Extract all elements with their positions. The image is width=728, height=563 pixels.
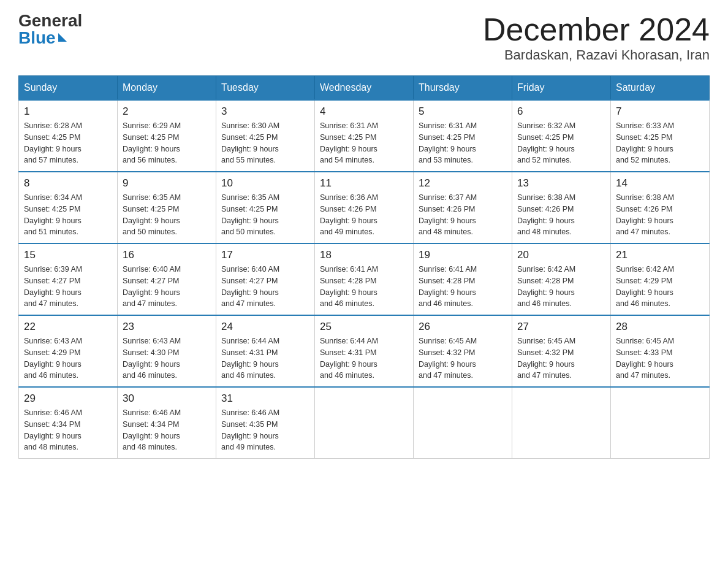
day-number: 10	[221, 177, 309, 190]
day-cell-18: 18Sunrise: 6:41 AMSunset: 4:28 PMDayligh…	[315, 243, 414, 315]
day-cell-6: 6Sunrise: 6:32 AMSunset: 4:25 PMDaylight…	[512, 100, 611, 172]
day-number: 17	[221, 249, 309, 261]
day-info: Sunrise: 6:45 AMSunset: 4:32 PMDaylight:…	[419, 335, 507, 381]
day-cell-4: 4Sunrise: 6:31 AMSunset: 4:25 PMDaylight…	[315, 100, 414, 172]
week-row-2: 8Sunrise: 6:34 AMSunset: 4:25 PMDaylight…	[19, 172, 710, 243]
day-cell-13: 13Sunrise: 6:38 AMSunset: 4:26 PMDayligh…	[512, 172, 611, 243]
title-block: December 2024 Bardaskan, Razavi Khorasan…	[483, 12, 710, 63]
week-row-4: 22Sunrise: 6:43 AMSunset: 4:29 PMDayligh…	[19, 315, 710, 387]
calendar-table: SundayMondayTuesdayWednesdayThursdayFrid…	[18, 75, 710, 459]
weekday-header-thursday: Thursday	[414, 76, 512, 101]
logo-general-text: General	[18, 12, 82, 29]
day-number: 5	[419, 105, 507, 118]
day-cell-17: 17Sunrise: 6:40 AMSunset: 4:27 PMDayligh…	[216, 243, 315, 315]
day-info: Sunrise: 6:40 AMSunset: 4:27 PMDaylight:…	[123, 264, 211, 310]
day-info: Sunrise: 6:38 AMSunset: 4:26 PMDaylight:…	[517, 192, 605, 238]
weekday-header-sunday: Sunday	[19, 76, 118, 101]
day-cell-25: 25Sunrise: 6:44 AMSunset: 4:31 PMDayligh…	[315, 315, 414, 387]
day-cell-15: 15Sunrise: 6:39 AMSunset: 4:27 PMDayligh…	[19, 243, 118, 315]
day-info: Sunrise: 6:33 AMSunset: 4:25 PMDaylight:…	[616, 120, 704, 166]
day-info: Sunrise: 6:32 AMSunset: 4:25 PMDaylight:…	[517, 120, 605, 166]
day-number: 26	[419, 321, 507, 333]
weekday-header-monday: Monday	[118, 76, 216, 101]
empty-cell	[315, 387, 414, 459]
day-number: 9	[123, 177, 211, 190]
day-number: 13	[517, 177, 605, 190]
day-cell-29: 29Sunrise: 6:46 AMSunset: 4:34 PMDayligh…	[19, 387, 118, 459]
day-info: Sunrise: 6:35 AMSunset: 4:25 PMDaylight:…	[221, 192, 309, 238]
day-cell-20: 20Sunrise: 6:42 AMSunset: 4:28 PMDayligh…	[512, 243, 611, 315]
day-info: Sunrise: 6:36 AMSunset: 4:26 PMDaylight:…	[320, 192, 408, 238]
weekday-header-saturday: Saturday	[611, 76, 710, 101]
day-number: 18	[320, 249, 408, 261]
weekday-header-friday: Friday	[512, 76, 611, 101]
location-subtitle: Bardaskan, Razavi Khorasan, Iran	[483, 47, 710, 63]
day-cell-24: 24Sunrise: 6:44 AMSunset: 4:31 PMDayligh…	[216, 315, 315, 387]
day-cell-26: 26Sunrise: 6:45 AMSunset: 4:32 PMDayligh…	[414, 315, 512, 387]
day-cell-31: 31Sunrise: 6:46 AMSunset: 4:35 PMDayligh…	[216, 387, 315, 459]
day-cell-23: 23Sunrise: 6:43 AMSunset: 4:30 PMDayligh…	[118, 315, 216, 387]
day-number: 27	[517, 321, 605, 333]
logo-triangle-icon	[58, 33, 67, 42]
day-cell-3: 3Sunrise: 6:30 AMSunset: 4:25 PMDaylight…	[216, 100, 315, 172]
weekday-header-row: SundayMondayTuesdayWednesdayThursdayFrid…	[19, 76, 710, 101]
day-cell-8: 8Sunrise: 6:34 AMSunset: 4:25 PMDaylight…	[19, 172, 118, 243]
empty-cell	[611, 387, 710, 459]
week-row-5: 29Sunrise: 6:46 AMSunset: 4:34 PMDayligh…	[19, 387, 710, 459]
day-info: Sunrise: 6:43 AMSunset: 4:30 PMDaylight:…	[123, 335, 211, 381]
day-cell-30: 30Sunrise: 6:46 AMSunset: 4:34 PMDayligh…	[118, 387, 216, 459]
day-cell-28: 28Sunrise: 6:45 AMSunset: 4:33 PMDayligh…	[611, 315, 710, 387]
day-number: 31	[221, 393, 309, 405]
day-info: Sunrise: 6:37 AMSunset: 4:26 PMDaylight:…	[419, 192, 507, 238]
weekday-header-tuesday: Tuesday	[216, 76, 315, 101]
day-number: 6	[517, 105, 605, 118]
day-info: Sunrise: 6:44 AMSunset: 4:31 PMDaylight:…	[320, 335, 408, 381]
day-number: 22	[24, 321, 112, 333]
day-info: Sunrise: 6:40 AMSunset: 4:27 PMDaylight:…	[221, 264, 309, 310]
day-cell-12: 12Sunrise: 6:37 AMSunset: 4:26 PMDayligh…	[414, 172, 512, 243]
day-number: 29	[24, 393, 112, 405]
day-number: 3	[221, 105, 309, 118]
day-number: 8	[24, 177, 112, 190]
day-cell-19: 19Sunrise: 6:41 AMSunset: 4:28 PMDayligh…	[414, 243, 512, 315]
day-info: Sunrise: 6:43 AMSunset: 4:29 PMDaylight:…	[24, 335, 112, 381]
page-header: General Blue December 2024 Bardaskan, Ra…	[18, 12, 710, 63]
day-info: Sunrise: 6:46 AMSunset: 4:34 PMDaylight:…	[123, 407, 211, 453]
day-cell-7: 7Sunrise: 6:33 AMSunset: 4:25 PMDaylight…	[611, 100, 710, 172]
month-title: December 2024	[483, 12, 710, 47]
day-number: 16	[123, 249, 211, 261]
empty-cell	[512, 387, 611, 459]
day-cell-9: 9Sunrise: 6:35 AMSunset: 4:25 PMDaylight…	[118, 172, 216, 243]
week-row-1: 1Sunrise: 6:28 AMSunset: 4:25 PMDaylight…	[19, 100, 710, 172]
day-info: Sunrise: 6:34 AMSunset: 4:25 PMDaylight:…	[24, 192, 112, 238]
day-cell-21: 21Sunrise: 6:42 AMSunset: 4:29 PMDayligh…	[611, 243, 710, 315]
day-info: Sunrise: 6:31 AMSunset: 4:25 PMDaylight:…	[320, 120, 408, 166]
day-info: Sunrise: 6:46 AMSunset: 4:34 PMDaylight:…	[24, 407, 112, 453]
day-cell-16: 16Sunrise: 6:40 AMSunset: 4:27 PMDayligh…	[118, 243, 216, 315]
day-info: Sunrise: 6:41 AMSunset: 4:28 PMDaylight:…	[419, 264, 507, 310]
day-number: 14	[616, 177, 704, 190]
day-number: 19	[419, 249, 507, 261]
day-number: 30	[123, 393, 211, 405]
day-info: Sunrise: 6:39 AMSunset: 4:27 PMDaylight:…	[24, 264, 112, 310]
day-cell-1: 1Sunrise: 6:28 AMSunset: 4:25 PMDaylight…	[19, 100, 118, 172]
day-number: 15	[24, 249, 112, 261]
week-row-3: 15Sunrise: 6:39 AMSunset: 4:27 PMDayligh…	[19, 243, 710, 315]
day-info: Sunrise: 6:29 AMSunset: 4:25 PMDaylight:…	[123, 120, 211, 166]
logo-blue-text: Blue	[18, 29, 67, 47]
day-info: Sunrise: 6:45 AMSunset: 4:33 PMDaylight:…	[616, 335, 704, 381]
day-number: 28	[616, 321, 704, 333]
day-cell-5: 5Sunrise: 6:31 AMSunset: 4:25 PMDaylight…	[414, 100, 512, 172]
day-number: 1	[24, 105, 112, 118]
day-cell-10: 10Sunrise: 6:35 AMSunset: 4:25 PMDayligh…	[216, 172, 315, 243]
day-info: Sunrise: 6:46 AMSunset: 4:35 PMDaylight:…	[221, 407, 309, 453]
logo: General Blue	[18, 12, 82, 47]
day-number: 21	[616, 249, 704, 261]
day-number: 2	[123, 105, 211, 118]
day-cell-22: 22Sunrise: 6:43 AMSunset: 4:29 PMDayligh…	[19, 315, 118, 387]
day-info: Sunrise: 6:31 AMSunset: 4:25 PMDaylight:…	[419, 120, 507, 166]
day-info: Sunrise: 6:45 AMSunset: 4:32 PMDaylight:…	[517, 335, 605, 381]
day-info: Sunrise: 6:42 AMSunset: 4:28 PMDaylight:…	[517, 264, 605, 310]
day-info: Sunrise: 6:35 AMSunset: 4:25 PMDaylight:…	[123, 192, 211, 238]
day-info: Sunrise: 6:41 AMSunset: 4:28 PMDaylight:…	[320, 264, 408, 310]
